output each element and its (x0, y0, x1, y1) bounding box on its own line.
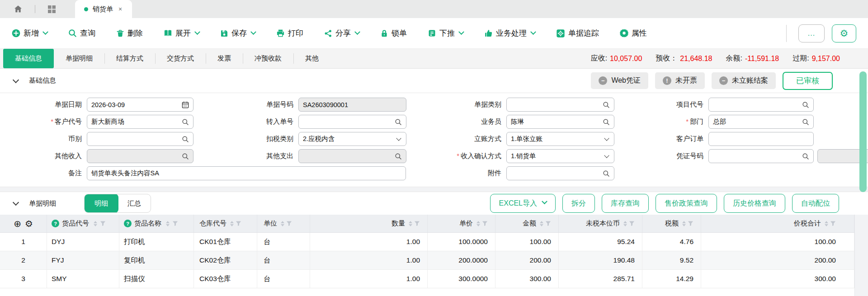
sort-icons[interactable] (540, 221, 543, 226)
home-icon[interactable] (14, 5, 23, 14)
cell-item-code[interactable]: DYJ (47, 233, 119, 251)
segment-summary[interactable]: 汇总 (118, 194, 151, 212)
cell-warehouse[interactable]: CK03仓库 (194, 270, 257, 288)
voucher-no-input[interactable] (708, 149, 814, 163)
chevron-down-icon[interactable] (604, 136, 609, 141)
sort-icons[interactable] (166, 221, 170, 226)
cell-total-with-tax[interactable]: 100.00 (701, 233, 854, 251)
sort-icons[interactable] (623, 221, 627, 226)
doc-date-input[interactable]: 2026-03-09 (87, 98, 193, 112)
tab-advance-offset[interactable]: 冲预收款 (243, 49, 293, 68)
cell-item-name[interactable]: 复印机 (119, 251, 194, 269)
sort-icons[interactable] (230, 221, 234, 226)
cell-unit-price[interactable]: 200.0000 (428, 251, 495, 269)
segment-detail[interactable]: 明细 (84, 194, 118, 213)
search-icon[interactable] (603, 101, 610, 108)
search-icon[interactable] (182, 118, 189, 126)
print-button[interactable]: 打印 (276, 28, 303, 38)
customer-order-input[interactable] (708, 132, 814, 146)
filter-funnel-icon[interactable] (482, 221, 488, 226)
push-down-button[interactable]: 下推 (428, 28, 463, 38)
add-row-icon[interactable]: ⊕ (14, 219, 21, 228)
filter-funnel-icon[interactable] (286, 221, 292, 226)
remark-input[interactable]: 销货单表头备注内容SA (87, 166, 406, 180)
cell-unit[interactable]: 台 (257, 270, 310, 288)
calendar-icon[interactable] (182, 101, 189, 108)
sort-icons[interactable] (409, 221, 412, 226)
department-input[interactable]: 总部 (708, 115, 814, 129)
sort-icons[interactable] (825, 221, 828, 226)
properties-button[interactable]: 属性 (620, 28, 647, 38)
transfer-no-input[interactable] (298, 115, 406, 129)
cell-quantity[interactable]: 1.00 (310, 270, 428, 288)
history-price-query-button[interactable]: 历史价格查询 (724, 194, 785, 213)
column-settings-icon[interactable]: ⚙ (25, 219, 33, 228)
customer-code-input[interactable]: 新大新商场 (87, 115, 193, 129)
sort-icons[interactable] (281, 221, 284, 226)
cell-warehouse[interactable]: CK02仓库 (194, 251, 257, 269)
salesman-input[interactable]: 陈琳 (506, 115, 614, 129)
cell-item-name[interactable]: 扫描仪 (119, 270, 194, 288)
document-tab[interactable]: 销货单 × (75, 0, 132, 18)
collapse-chevron-icon[interactable] (13, 199, 19, 206)
excel-import-button[interactable]: EXCEL导入 (490, 194, 556, 213)
cell-unit-price[interactable]: 100.0000 (428, 233, 495, 251)
cell-quantity[interactable]: 1.00 (310, 251, 428, 269)
cell-item-code[interactable]: SMY (47, 270, 119, 288)
filter-funnel-icon[interactable] (172, 221, 178, 226)
doc-type-input[interactable] (506, 98, 614, 112)
cell-item-name[interactable]: 打印机 (119, 233, 194, 251)
filter-funnel-icon[interactable] (688, 221, 693, 226)
search-icon[interactable] (802, 153, 809, 160)
save-button[interactable]: 保存 (220, 28, 255, 38)
cell-total-with-tax[interactable]: 200.00 (701, 251, 854, 269)
web-voucher-badge[interactable]: − Web凭证 (591, 72, 648, 89)
cell-amount[interactable]: 300.00 (495, 270, 559, 288)
filter-funnel-icon[interactable] (545, 221, 551, 226)
search-icon[interactable] (395, 153, 402, 160)
search-icon[interactable] (802, 101, 809, 108)
cell-warehouse[interactable]: CK01仓库 (194, 233, 257, 251)
chevron-down-icon[interactable] (604, 153, 609, 158)
cell-unit-price[interactable]: 300.0000 (428, 270, 495, 288)
cell-total-with-tax[interactable]: 300.00 (701, 270, 854, 288)
search-icon[interactable] (603, 118, 610, 126)
tax-type-select[interactable]: 2.应税内含 (298, 132, 406, 146)
filter-funnel-icon[interactable] (100, 221, 106, 226)
tab-basic-info[interactable]: 基础信息 (3, 49, 54, 68)
cell-quantity[interactable]: 1.00 (310, 233, 428, 251)
stock-query-button[interactable]: 库存查询 (602, 194, 649, 213)
cell-tax[interactable]: 4.76 (642, 233, 701, 251)
cell-unit[interactable]: 台 (257, 251, 310, 269)
business-process-button[interactable]: 业务处理 (484, 28, 535, 38)
search-icon[interactable] (802, 118, 809, 126)
add-button[interactable]: 新增 (12, 28, 47, 38)
cell-item-code[interactable]: FYJ (47, 251, 119, 269)
cell-tax[interactable]: 14.29 (642, 270, 701, 288)
auto-allocate-button[interactable]: 自动配位 (792, 194, 839, 213)
cell-net-amount[interactable]: 95.24 (559, 233, 642, 251)
help-icon[interactable]: ? (124, 220, 132, 227)
tab-invoice[interactable]: 发票 (206, 49, 243, 68)
filter-funnel-icon[interactable] (629, 221, 635, 226)
chevron-down-icon[interactable] (396, 136, 401, 141)
cell-net-amount[interactable]: 285.71 (559, 270, 642, 288)
tab-delivery[interactable]: 交货方式 (155, 49, 206, 68)
tab-other[interactable]: 其他 (293, 49, 330, 68)
expand-button[interactable]: 展开 (164, 28, 199, 38)
vertical-scrollbar-thumb[interactable] (859, 71, 867, 192)
cell-tax[interactable]: 9.52 (642, 251, 701, 269)
currency-input[interactable] (87, 132, 193, 146)
search-icon[interactable] (182, 136, 189, 143)
close-icon[interactable]: × (118, 5, 123, 13)
tab-doc-detail[interactable]: 单据明细 (54, 49, 104, 68)
sort-icons[interactable] (94, 221, 97, 226)
search-icon[interactable] (182, 153, 189, 160)
collapse-chevron-icon[interactable] (13, 76, 19, 83)
filter-funnel-icon[interactable] (414, 221, 420, 226)
cell-amount[interactable]: 200.00 (495, 251, 559, 269)
income-confirm-select[interactable]: 1.销货单 (506, 149, 614, 163)
attachment-input[interactable] (506, 166, 614, 180)
search-icon[interactable] (603, 170, 610, 177)
filter-funnel-icon[interactable] (830, 221, 836, 226)
